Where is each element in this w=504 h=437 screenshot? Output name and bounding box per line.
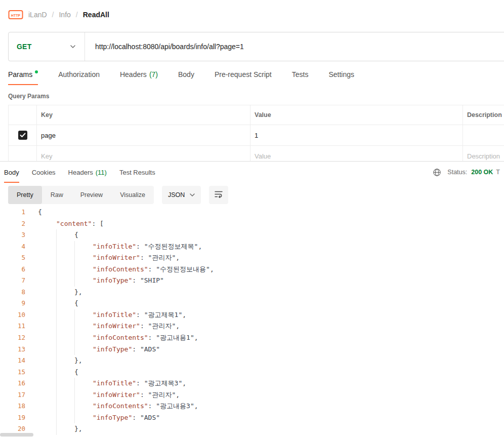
response-tab-headers[interactable]: Headers(11) (68, 162, 107, 183)
indent-guide (56, 321, 74, 332)
indent-guide (56, 309, 74, 321)
param-value-cell[interactable]: 1 (250, 125, 463, 146)
indent-guide (56, 264, 74, 275)
time-label-partial: T (496, 169, 500, 176)
line-number: 18 (0, 401, 25, 412)
code-token: : (136, 378, 144, 389)
code-token: "광고제목1" (144, 309, 182, 321)
breadcrumb-folder[interactable]: Info (59, 11, 70, 19)
line-number: 14 (0, 355, 25, 367)
tab-tests[interactable]: Tests (292, 65, 309, 85)
indent-guide (38, 378, 56, 389)
breadcrumb-workspace[interactable]: iLanD (28, 11, 47, 19)
tab-headers[interactable]: Headers(7) (120, 65, 158, 85)
indent-guide (56, 367, 74, 378)
response-tab-test-results[interactable]: Test Results (119, 162, 155, 183)
code-line: 4"infoTitle": "수정된정보제목", (0, 241, 504, 253)
indent-guide (38, 401, 56, 412)
tab-authorization[interactable]: Authorization (58, 65, 100, 85)
code-line: 8}, (0, 287, 504, 298)
indent-guide (38, 332, 56, 344)
code-token: : (148, 332, 156, 344)
code-line: 15{ (0, 367, 504, 378)
line-number: 6 (0, 264, 25, 275)
indent-guide (56, 423, 74, 435)
status-label: Status: (447, 169, 467, 176)
code-token: "관리자" (148, 252, 176, 264)
indent-guide (56, 401, 74, 412)
line-number: 5 (0, 252, 25, 264)
indent-guide (38, 252, 56, 264)
indent-guide (38, 412, 56, 424)
tab-body[interactable]: Body (178, 65, 194, 85)
code-line: 16"infoTitle": "광고제목3", (0, 378, 504, 389)
code-token: "infoContents" (93, 332, 148, 344)
code-token: : (136, 309, 144, 321)
code-token: "infoWriter" (93, 252, 140, 264)
line-number: 3 (0, 229, 25, 241)
params-active-dot-icon (35, 70, 38, 73)
code-token: , (176, 389, 180, 401)
horizontal-scrollbar-thumb[interactable] (0, 433, 33, 436)
chevron-down-icon (190, 193, 195, 196)
response-body-json[interactable]: 1{2"content": [3{4"infoTitle": "수정된정보제목"… (0, 207, 504, 435)
header-checkbox-cell (9, 105, 37, 125)
code-line: 14}, (0, 355, 504, 367)
tab-settings[interactable]: Settings (328, 65, 354, 85)
code-token: "광고내용3" (156, 401, 194, 412)
response-header: BodyCookiesHeaders(11)Test Results Statu… (0, 162, 504, 183)
indent-guide (74, 344, 93, 355)
code-token: "SHIP" (140, 275, 164, 287)
line-number: 8 (0, 287, 25, 298)
param-key-cell[interactable]: page (37, 125, 250, 146)
indent-guide (38, 367, 56, 378)
line-number: 13 (0, 344, 25, 355)
url-input[interactable]: http://localhost:8080/api/boards/info/al… (85, 32, 504, 61)
code-token: , (176, 252, 180, 264)
view-tab-visualize[interactable]: Visualize (111, 186, 154, 204)
view-tab-pretty[interactable]: Pretty (8, 186, 42, 204)
tab-label: Params (8, 70, 32, 78)
method-selector[interactable]: GET (9, 32, 85, 61)
response-tab-cookies[interactable]: Cookies (32, 162, 56, 183)
param-description-cell[interactable] (463, 125, 504, 146)
indent-guide (56, 332, 74, 344)
tab-pre-request-script[interactable]: Pre-request Script (215, 65, 272, 85)
wrap-text-button[interactable] (209, 186, 228, 204)
indent-guide (56, 252, 74, 264)
indent-guide (38, 309, 56, 321)
response-view-switcher: PrettyRawPreviewVisualize (8, 186, 154, 204)
code-token: , (194, 332, 198, 344)
tab-params[interactable]: Params (8, 65, 38, 85)
code-token: "infoTitle" (93, 378, 136, 389)
breadcrumb-request-name[interactable]: ReadAll (83, 11, 109, 19)
network-globe-icon[interactable] (433, 168, 441, 177)
line-number: 2 (0, 218, 25, 230)
indent-guide (74, 412, 93, 424)
response-panel: BodyCookiesHeaders(11)Test Results Statu… (0, 161, 504, 437)
code-token: : (132, 412, 140, 424)
code-token: "광고제목3" (144, 378, 182, 389)
indent-guide (56, 389, 74, 401)
tab-count: (7) (149, 70, 158, 78)
breadcrumb-separator: / (52, 11, 54, 19)
status-value: 200 OK (471, 169, 493, 176)
response-tab-body[interactable]: Body (4, 162, 19, 183)
code-line: 1{ (0, 207, 504, 218)
code-token: : (140, 252, 148, 264)
code-line: 7"infoType": "SHIP" (0, 275, 504, 287)
indent-guide (74, 401, 93, 412)
line-number: 10 (0, 309, 25, 321)
wrap-text-icon (215, 190, 223, 200)
view-tab-raw[interactable]: Raw (42, 186, 72, 204)
response-tabs: BodyCookiesHeaders(11)Test Results (4, 162, 155, 183)
code-token: "infoWriter" (93, 321, 140, 332)
header-key: Key (37, 105, 250, 125)
indent-guide (56, 275, 74, 287)
code-token: "infoTitle" (93, 241, 136, 253)
view-tab-preview[interactable]: Preview (72, 186, 111, 204)
code-line: 2"content": [ (0, 218, 504, 230)
indent-guide (38, 423, 56, 435)
format-dropdown[interactable]: JSON (162, 186, 201, 204)
param-checkbox-checked[interactable] (18, 131, 27, 140)
